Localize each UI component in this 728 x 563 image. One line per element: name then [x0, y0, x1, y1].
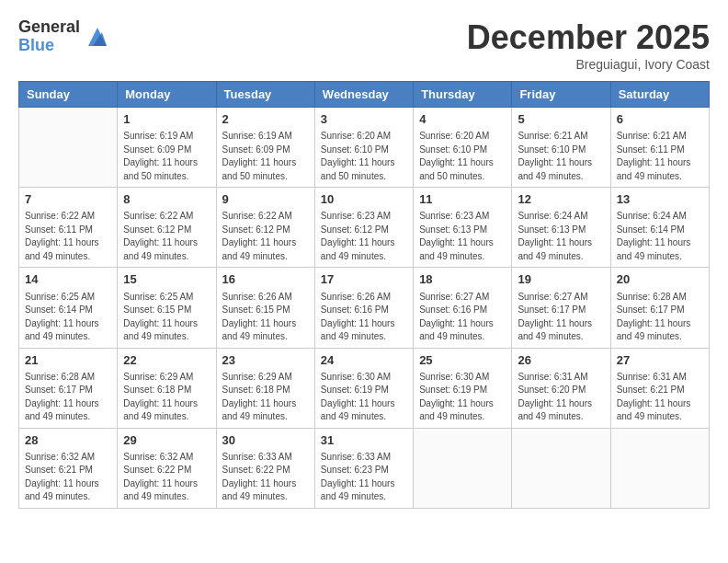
day-number: 24 — [321, 352, 407, 369]
calendar-cell: 2Sunrise: 6:19 AM Sunset: 6:09 PM Daylig… — [216, 108, 314, 188]
day-info: Sunrise: 6:19 AM Sunset: 6:09 PM Dayligh… — [123, 130, 210, 183]
day-number: 29 — [123, 432, 210, 449]
day-number: 1 — [123, 111, 210, 128]
weekday-header-thursday: Thursday — [414, 82, 512, 108]
calendar-cell — [414, 428, 512, 508]
day-info: Sunrise: 6:22 AM Sunset: 6:12 PM Dayligh… — [123, 210, 210, 263]
calendar-week-row: 1Sunrise: 6:19 AM Sunset: 6:09 PM Daylig… — [19, 108, 710, 188]
calendar-cell: 4Sunrise: 6:20 AM Sunset: 6:10 PM Daylig… — [414, 108, 512, 188]
day-info: Sunrise: 6:33 AM Sunset: 6:23 PM Dayligh… — [321, 451, 407, 504]
day-number: 10 — [321, 191, 407, 208]
day-info: Sunrise: 6:29 AM Sunset: 6:18 PM Dayligh… — [222, 371, 309, 424]
day-info: Sunrise: 6:33 AM Sunset: 6:22 PM Dayligh… — [222, 451, 309, 504]
calendar-cell — [19, 108, 118, 188]
logo-blue-text: Blue — [18, 37, 80, 55]
calendar-cell: 20Sunrise: 6:28 AM Sunset: 6:17 PM Dayli… — [610, 268, 709, 348]
page-header: General Blue December 2025 Breguiagui, I… — [18, 18, 710, 72]
calendar-week-row: 7Sunrise: 6:22 AM Sunset: 6:11 PM Daylig… — [19, 188, 710, 268]
calendar-cell: 16Sunrise: 6:26 AM Sunset: 6:15 PM Dayli… — [216, 268, 314, 348]
calendar-cell: 18Sunrise: 6:27 AM Sunset: 6:16 PM Dayli… — [414, 268, 512, 348]
day-number: 28 — [25, 432, 111, 449]
day-info: Sunrise: 6:23 AM Sunset: 6:12 PM Dayligh… — [321, 210, 407, 263]
calendar-cell: 12Sunrise: 6:24 AM Sunset: 6:13 PM Dayli… — [512, 188, 610, 268]
calendar-cell: 22Sunrise: 6:29 AM Sunset: 6:18 PM Dayli… — [118, 348, 216, 428]
calendar-cell: 14Sunrise: 6:25 AM Sunset: 6:14 PM Dayli… — [19, 268, 118, 348]
calendar-cell: 26Sunrise: 6:31 AM Sunset: 6:20 PM Dayli… — [512, 348, 610, 428]
day-number: 23 — [222, 352, 309, 369]
day-number: 9 — [222, 191, 309, 208]
day-info: Sunrise: 6:28 AM Sunset: 6:17 PM Dayligh… — [617, 291, 703, 344]
day-number: 11 — [419, 191, 506, 208]
calendar-cell: 9Sunrise: 6:22 AM Sunset: 6:12 PM Daylig… — [216, 188, 314, 268]
location: Breguiagui, Ivory Coast — [467, 57, 710, 72]
day-number: 25 — [419, 352, 506, 369]
calendar-cell: 30Sunrise: 6:33 AM Sunset: 6:22 PM Dayli… — [216, 428, 314, 508]
day-info: Sunrise: 6:25 AM Sunset: 6:15 PM Dayligh… — [123, 291, 210, 344]
day-number: 2 — [222, 111, 309, 128]
calendar-cell: 25Sunrise: 6:30 AM Sunset: 6:19 PM Dayli… — [414, 348, 512, 428]
weekday-header-tuesday: Tuesday — [216, 82, 314, 108]
day-number: 7 — [25, 191, 111, 208]
day-info: Sunrise: 6:27 AM Sunset: 6:17 PM Dayligh… — [518, 291, 604, 344]
calendar-cell: 6Sunrise: 6:21 AM Sunset: 6:11 PM Daylig… — [610, 108, 709, 188]
day-info: Sunrise: 6:21 AM Sunset: 6:11 PM Dayligh… — [617, 130, 703, 183]
title-section: December 2025 Breguiagui, Ivory Coast — [467, 18, 710, 72]
calendar-week-row: 28Sunrise: 6:32 AM Sunset: 6:21 PM Dayli… — [19, 428, 710, 508]
day-number: 27 — [617, 352, 703, 369]
calendar-cell: 8Sunrise: 6:22 AM Sunset: 6:12 PM Daylig… — [118, 188, 216, 268]
day-number: 3 — [321, 111, 407, 128]
day-info: Sunrise: 6:27 AM Sunset: 6:16 PM Dayligh… — [419, 291, 506, 344]
logo-general-text: General — [18, 18, 80, 37]
day-number: 14 — [25, 271, 111, 288]
calendar-cell — [610, 428, 709, 508]
calendar-cell: 21Sunrise: 6:28 AM Sunset: 6:17 PM Dayli… — [19, 348, 118, 428]
calendar-week-row: 14Sunrise: 6:25 AM Sunset: 6:14 PM Dayli… — [19, 268, 710, 348]
calendar-week-row: 21Sunrise: 6:28 AM Sunset: 6:17 PM Dayli… — [19, 348, 710, 428]
weekday-header-sunday: Sunday — [19, 82, 118, 108]
calendar-cell: 17Sunrise: 6:26 AM Sunset: 6:16 PM Dayli… — [314, 268, 413, 348]
day-info: Sunrise: 6:19 AM Sunset: 6:09 PM Dayligh… — [222, 130, 309, 183]
weekday-header-monday: Monday — [118, 82, 216, 108]
day-number: 21 — [25, 352, 111, 369]
day-info: Sunrise: 6:26 AM Sunset: 6:16 PM Dayligh… — [321, 291, 407, 344]
calendar-table: SundayMondayTuesdayWednesdayThursdayFrid… — [18, 81, 710, 509]
day-info: Sunrise: 6:22 AM Sunset: 6:12 PM Dayligh… — [222, 210, 309, 263]
day-number: 31 — [321, 432, 407, 449]
day-info: Sunrise: 6:21 AM Sunset: 6:10 PM Dayligh… — [518, 130, 604, 183]
calendar-cell: 24Sunrise: 6:30 AM Sunset: 6:19 PM Dayli… — [314, 348, 413, 428]
day-info: Sunrise: 6:29 AM Sunset: 6:18 PM Dayligh… — [123, 371, 210, 424]
logo-icon — [84, 23, 111, 51]
calendar-cell: 27Sunrise: 6:31 AM Sunset: 6:21 PM Dayli… — [610, 348, 709, 428]
day-info: Sunrise: 6:30 AM Sunset: 6:19 PM Dayligh… — [321, 371, 407, 424]
day-number: 26 — [518, 352, 604, 369]
month-title: December 2025 — [467, 18, 710, 57]
day-info: Sunrise: 6:22 AM Sunset: 6:11 PM Dayligh… — [25, 210, 111, 263]
calendar-cell: 1Sunrise: 6:19 AM Sunset: 6:09 PM Daylig… — [118, 108, 216, 188]
weekday-header-saturday: Saturday — [610, 82, 709, 108]
day-info: Sunrise: 6:23 AM Sunset: 6:13 PM Dayligh… — [419, 210, 506, 263]
calendar-cell: 31Sunrise: 6:33 AM Sunset: 6:23 PM Dayli… — [314, 428, 413, 508]
day-info: Sunrise: 6:25 AM Sunset: 6:14 PM Dayligh… — [25, 291, 111, 344]
logo: General Blue — [18, 18, 111, 55]
day-number: 4 — [419, 111, 506, 128]
day-number: 6 — [617, 111, 703, 128]
weekday-header-wednesday: Wednesday — [314, 82, 413, 108]
calendar-cell: 19Sunrise: 6:27 AM Sunset: 6:17 PM Dayli… — [512, 268, 610, 348]
calendar-cell: 23Sunrise: 6:29 AM Sunset: 6:18 PM Dayli… — [216, 348, 314, 428]
calendar-cell: 3Sunrise: 6:20 AM Sunset: 6:10 PM Daylig… — [314, 108, 413, 188]
day-number: 5 — [518, 111, 604, 128]
day-number: 20 — [617, 271, 703, 288]
day-number: 17 — [321, 271, 407, 288]
day-number: 13 — [617, 191, 703, 208]
day-number: 8 — [123, 191, 210, 208]
calendar-cell: 29Sunrise: 6:32 AM Sunset: 6:22 PM Dayli… — [118, 428, 216, 508]
calendar-cell: 10Sunrise: 6:23 AM Sunset: 6:12 PM Dayli… — [314, 188, 413, 268]
day-info: Sunrise: 6:31 AM Sunset: 6:21 PM Dayligh… — [617, 371, 703, 424]
day-info: Sunrise: 6:31 AM Sunset: 6:20 PM Dayligh… — [518, 371, 604, 424]
day-number: 30 — [222, 432, 309, 449]
calendar-header-row: SundayMondayTuesdayWednesdayThursdayFrid… — [19, 82, 710, 108]
calendar-cell: 15Sunrise: 6:25 AM Sunset: 6:15 PM Dayli… — [118, 268, 216, 348]
calendar-cell: 5Sunrise: 6:21 AM Sunset: 6:10 PM Daylig… — [512, 108, 610, 188]
day-number: 15 — [123, 271, 210, 288]
day-number: 12 — [518, 191, 604, 208]
